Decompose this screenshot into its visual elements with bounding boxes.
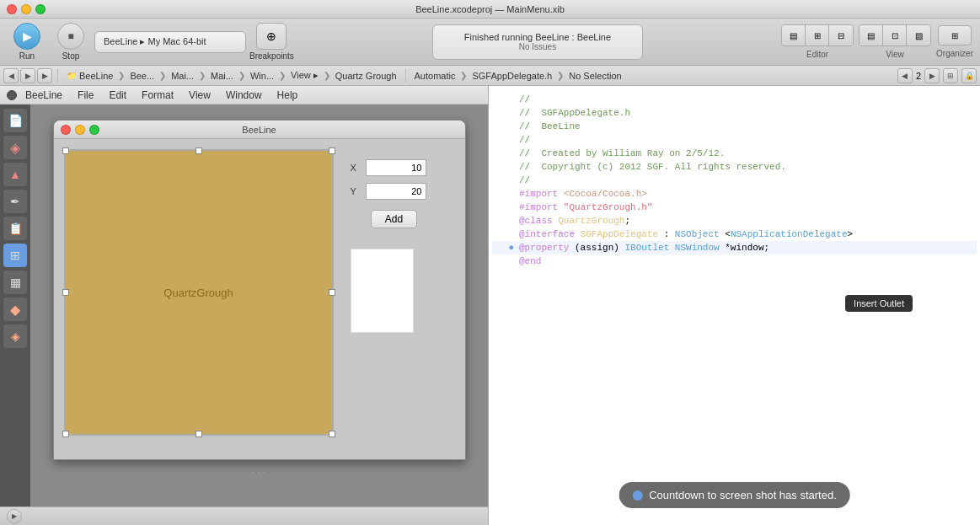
ib-canvas[interactable]: BeeLine QuartzGrough [30,104,488,506]
x-label: X [351,163,361,173]
handle-br[interactable] [329,431,335,437]
view-group: ▤ ⊡ ▧ View [859,24,931,59]
nav-run-button[interactable]: ▶ [37,68,52,83]
debug-btn[interactable]: ⊡ [883,25,907,46]
close-button[interactable] [7,4,17,14]
code-line: // [492,133,977,147]
sidebar-pen-icon[interactable]: ✒ [3,190,27,213]
resize-handle: • • • [37,469,481,476]
handle-tl[interactable] [62,147,69,154]
nav-forward-button[interactable]: ▶ [20,68,35,83]
sidebar-3d-1-icon[interactable]: ◆ [3,297,27,321]
code-line: #import <Cocoa/Cocoa.h> [492,187,977,201]
white-view[interactable] [351,249,414,333]
nav-back-button[interactable]: ◀ [3,68,19,83]
handle-tr[interactable] [329,147,335,154]
quartz-label: QuartzGrough [163,287,233,299]
code-nav-selection[interactable]: No Selection [565,71,624,81]
breadcrumb-beeline[interactable]: 📁 BeeLine [63,71,116,81]
menu-edit[interactable]: Edit [102,88,133,103]
scheme-selector[interactable]: BeeLine ▸ My Mac 64-bit [94,31,246,53]
ib-win-max[interactable] [89,125,99,135]
code-editor-panel: // // SGFAppDelegate.h // BeeLine // // … [489,86,980,525]
ib-win-min[interactable] [75,125,85,135]
breakpoints-label: Breakpoints [249,51,294,61]
breadcrumb-win[interactable]: Win... [247,71,277,81]
add-btn-container: Add [351,210,438,228]
status-container: Finished running BeeLine : BeeLine No Is… [297,24,778,60]
sidebar-triangle-icon[interactable]: ▲ [3,163,27,186]
add-button[interactable]: Add [371,210,417,228]
countdown-dot [632,490,642,501]
breadcrumb-mai2[interactable]: Mai... [207,71,237,81]
x-input[interactable] [366,159,426,176]
code-content: // // SGFAppDelegate.h // BeeLine // // … [489,86,980,525]
run-label: Run [19,51,35,61]
organizer-button[interactable]: ⊞ [938,25,972,46]
sidebar-grid2-icon[interactable]: ▦ [3,271,27,294]
prev-page-btn[interactable]: ◀ [897,68,913,83]
editor-label: Editor [806,50,828,59]
page-number: 2 [916,71,921,81]
sidebar-doc-icon[interactable]: 📋 [3,217,27,240]
ib-controls: X Y Add [344,149,445,449]
handle-bl[interactable] [62,431,69,437]
sidebar-grid-icon[interactable]: ⊞ [3,244,27,267]
handle-r[interactable] [329,289,335,296]
breakpoints-button[interactable]: ⊕ [256,23,287,50]
assistant-editor-btn[interactable]: ⊞ [806,25,829,46]
handle-l[interactable] [62,289,69,296]
menu-window[interactable]: Window [219,88,269,103]
status-subtitle: No Issues [519,42,556,51]
editor-group: ▤ ⊞ ⊟ Editor [781,24,854,59]
view-container [351,249,438,333]
lock-btn[interactable]: 🔒 [961,68,977,83]
code-line: // Created by William Ray on 2/5/12. [492,147,977,160]
utilities-btn[interactable]: ▧ [907,25,930,46]
breadcrumb-view[interactable]: View ▸ [287,70,322,81]
code-nav-automatic[interactable]: Automatic [411,71,459,81]
menu-help[interactable]: Help [270,88,305,103]
stop-label: Stop [62,51,80,61]
main-content: BeeLine File Edit Format View Window Hel… [0,86,980,525]
view-label: View [886,50,904,59]
page-controls: ◀ 2 ▶ ⊞ 🔒 [897,68,977,83]
code-nav-file[interactable]: SGFAppDelegate.h [469,71,555,81]
menu-file[interactable]: File [71,88,100,103]
run-button[interactable]: ▶ Run [7,19,47,64]
expand-btn[interactable]: ⊞ [943,68,958,83]
view-controls: ▤ ⊡ ▧ [859,24,931,46]
ib-window: BeeLine QuartzGrough [53,120,466,460]
breadcrumb-mai1[interactable]: Mai... [168,71,197,81]
organizer-label: Organizer [936,49,973,58]
stop-button[interactable]: ■ Stop [51,19,91,64]
insert-outlet-tooltip: Insert Outlet [845,295,913,312]
handle-t[interactable] [195,147,202,154]
code-line: // SGFAppDelegate.h [492,106,977,120]
sidebar-file-icon[interactable]: 📄 [3,109,27,132]
ib-play-button[interactable]: ▶ [7,509,22,524]
sidebar-3d-2-icon[interactable]: ◈ [3,324,27,348]
status-title: Finished running BeeLine : BeeLine [464,32,611,42]
minimize-button[interactable] [21,4,31,14]
version-editor-btn[interactable]: ⊟ [829,25,853,46]
menu-format[interactable]: Format [135,88,180,103]
breadcrumb-bee[interactable]: Bee... [126,71,158,81]
nav-bar: ◀ ▶ ▶ 📁 BeeLine ❯ Bee... ❯ Mai... ❯ Mai.… [0,66,980,86]
ib-win-close[interactable] [61,125,71,135]
handle-b[interactable] [195,431,202,437]
standard-editor-btn[interactable]: ▤ [782,25,806,46]
menu-beeline[interactable]: BeeLine [19,88,69,103]
menu-view[interactable]: View [182,88,217,103]
code-line-property: ● @property (assign) IBOutlet NSWindow *… [492,241,977,254]
y-input[interactable] [366,183,426,200]
ib-indicator [7,90,17,100]
sidebar-cube-icon[interactable]: ◈ [3,136,27,159]
maximize-button[interactable] [35,4,46,14]
quartz-view[interactable]: QuartzGrough [64,149,334,436]
code-line: // BeeLine [492,120,977,133]
navigator-btn[interactable]: ▤ [860,25,883,46]
breadcrumb-quartz[interactable]: Quartz Grough [332,71,400,81]
editor-controls: ▤ ⊞ ⊟ [781,24,854,46]
next-page-btn[interactable]: ▶ [924,68,940,83]
